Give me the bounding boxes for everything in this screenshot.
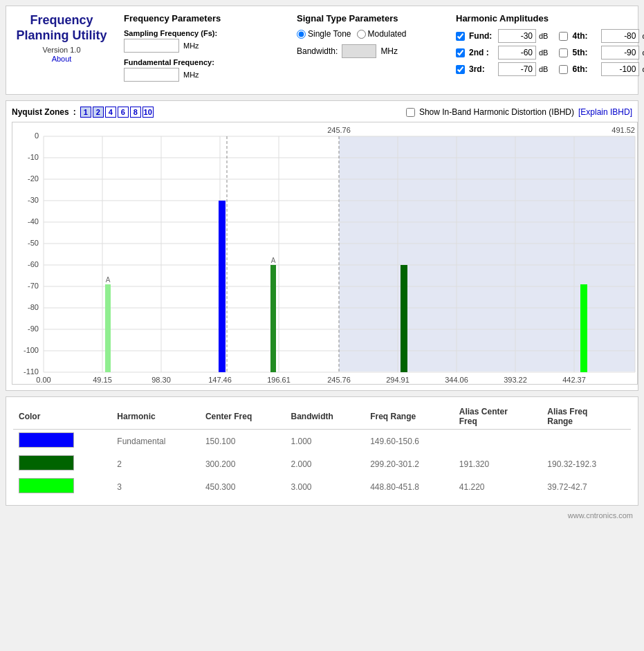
y-label-9: -90 — [28, 324, 39, 333]
sampling-label: Sampling Frequency (Fs): — [124, 29, 276, 37]
bandwidth-cell-3: 3.000 — [286, 475, 365, 498]
harmonic-row-4th: 4th: dB — [559, 29, 644, 43]
main-container: Frequency Planning Utility Version 1.0 A… — [0, 0, 644, 525]
col-header-center-freq: Center Freq — [200, 404, 286, 430]
about-link[interactable]: About — [52, 55, 72, 63]
freq-params-section: Frequency Parameters Sampling Frequency … — [124, 13, 276, 87]
col-header-freq-range: Freq Range — [365, 404, 454, 430]
signal-type-row: Single Tone Modulated — [297, 29, 435, 39]
alias-range-cell-1 — [542, 430, 631, 453]
harmonic-grid: Fund: dB 4th: dB 2nd : dB — [456, 29, 644, 76]
harmonic-input-2nd[interactable] — [498, 46, 536, 59]
table-row: 3 450.300 3.000 448.80-451.8 41.220 39.7… — [13, 475, 631, 498]
color-swatch-3 — [19, 478, 74, 493]
color-swatch-2 — [19, 455, 74, 470]
nyquist-left: Nyquist Zones: 1 2 4 6 8 10 — [12, 107, 154, 118]
y-label-10: -100 — [24, 346, 39, 354]
y-label-7: -70 — [28, 282, 39, 290]
harmonic-row-3rd: 3rd: dB — [456, 62, 548, 76]
bar-alias-2nd-label: A — [271, 257, 276, 264]
modulated-label[interactable]: Modulated — [357, 29, 407, 39]
zone-btn-1[interactable]: 1 — [80, 107, 91, 118]
fundamental-row: 150.1 MHz — [124, 68, 276, 82]
x-label-9: 442.37 — [562, 376, 586, 384]
center-freq-cell-1: 150.100 — [200, 430, 286, 453]
table-panel: Color Harmonic Center Freq Bandwidth Fre… — [6, 396, 638, 506]
single-tone-radio[interactable] — [297, 30, 306, 39]
color-cell-1 — [13, 430, 111, 453]
fundamental-label: Fundamental Frequency: — [124, 58, 276, 66]
y-label-2: -20 — [28, 174, 39, 183]
harmonic-check-6th[interactable] — [559, 65, 568, 74]
sampling-unit: MHz — [183, 42, 199, 50]
table-row: 2 300.200 2.000 299.20-301.2 191.320 190… — [13, 452, 631, 475]
sampling-input[interactable]: 491.52 — [124, 39, 179, 53]
alias-center-cell-1 — [454, 430, 542, 453]
harmonic-check-5th[interactable] — [559, 48, 568, 57]
color-cell-2 — [13, 452, 111, 475]
bandwidth-row: Bandwidth: 20 MHz — [297, 44, 435, 58]
nyquist-label: Nyquist Zones — [12, 107, 69, 117]
signal-params-section: Signal Type Parameters Single Tone Modul… — [290, 13, 435, 58]
y-label-8: -80 — [28, 303, 39, 311]
bandwidth-label: Bandwidth: — [297, 46, 338, 56]
bandwidth-cell-1: 1.000 — [286, 430, 365, 453]
sampling-row: 491.52 MHz — [124, 39, 276, 53]
ibhd-right: Show In-Band Harmonic Distortion (IBHD) … — [406, 107, 632, 117]
color-swatch-1 — [19, 432, 74, 448]
chart-area: 0 -10 -20 -30 -40 -50 -60 -70 -80 -90 -1… — [12, 122, 632, 385]
harmonic-row-2nd: 2nd : dB — [456, 46, 548, 59]
harmonic-check-fund[interactable] — [456, 32, 465, 41]
harmonic-check-4th[interactable] — [559, 32, 568, 41]
alias-range-cell-3: 39.72-42.7 — [542, 475, 631, 498]
table-header-row: Color Harmonic Center Freq Bandwidth Fre… — [13, 404, 631, 430]
x-top-right: 491.52 — [611, 126, 635, 134]
chart-panel: Nyquist Zones: 1 2 4 6 8 10 Show In-Band… — [6, 100, 638, 391]
harmonic-input-4th[interactable] — [601, 29, 639, 43]
bandwidth-input: 20 — [342, 44, 376, 58]
y-label-11: -110 — [24, 367, 39, 376]
top-panel: Frequency Planning Utility Version 1.0 A… — [6, 6, 638, 95]
single-tone-label[interactable]: Single Tone — [297, 29, 351, 39]
ibhd-label: Show In-Band Harmonic Distortion (IBHD) — [419, 107, 574, 117]
harmonic-amps-title: Harmonic Amplitudes — [456, 13, 644, 24]
y-label-3: -30 — [28, 196, 39, 204]
harmonic-input-fund[interactable] — [498, 29, 536, 43]
app-version: Version 1.0 — [13, 46, 110, 54]
harmonic-check-3rd[interactable] — [456, 65, 465, 74]
nyquist-bar: Nyquist Zones: 1 2 4 6 8 10 Show In-Band… — [12, 107, 632, 118]
freq-range-cell-2: 299.20-301.2 — [365, 452, 454, 475]
bar-alias-3rd-label: A — [106, 276, 111, 284]
explain-ibhd-link[interactable]: [Explain IBHD] — [578, 107, 632, 117]
modulated-radio[interactable] — [357, 30, 366, 39]
col-header-bandwidth: Bandwidth — [286, 404, 365, 430]
harmonic-check-2nd[interactable] — [456, 48, 465, 57]
fundamental-unit: MHz — [183, 71, 199, 79]
harmonic-input-5th[interactable] — [601, 46, 639, 59]
y-label-6: -60 — [28, 260, 39, 268]
col-header-alias-center: Alias CenterFreq — [454, 404, 542, 430]
x-label-0: 0.00 — [36, 376, 50, 384]
alias-center-cell-3: 41.220 — [454, 475, 542, 498]
zone-btn-2[interactable]: 2 — [93, 107, 104, 118]
center-freq-cell-3: 450.300 — [200, 475, 286, 498]
zone-btn-10[interactable]: 10 — [142, 107, 154, 118]
col-header-color: Color — [13, 404, 111, 430]
nyquist-zones: 1 2 4 6 8 10 — [80, 107, 154, 118]
harmonic-row-5th: 5th: dB — [559, 46, 644, 59]
bandwidth-unit: MHz — [380, 46, 398, 56]
zone-btn-4[interactable]: 4 — [105, 107, 116, 118]
ibhd-checkbox[interactable] — [406, 108, 415, 117]
table-row: Fundamental 150.100 1.000 149.60-150.6 — [13, 430, 631, 453]
footer: www.cntronics.com — [6, 511, 638, 520]
center-freq-cell-2: 300.200 — [200, 452, 286, 475]
zone-btn-8[interactable]: 8 — [130, 107, 141, 118]
harmonic-input-3rd[interactable] — [498, 62, 536, 76]
zone2-bg — [339, 136, 635, 372]
y-label-4: -40 — [28, 217, 39, 226]
fundamental-input[interactable]: 150.1 — [124, 68, 179, 82]
x-label-7: 344.06 — [445, 376, 468, 384]
harmonic-input-6th[interactable] — [601, 62, 639, 76]
zone-btn-6[interactable]: 6 — [118, 107, 129, 118]
harmonic-row-6th: 6th: dB — [559, 62, 644, 76]
